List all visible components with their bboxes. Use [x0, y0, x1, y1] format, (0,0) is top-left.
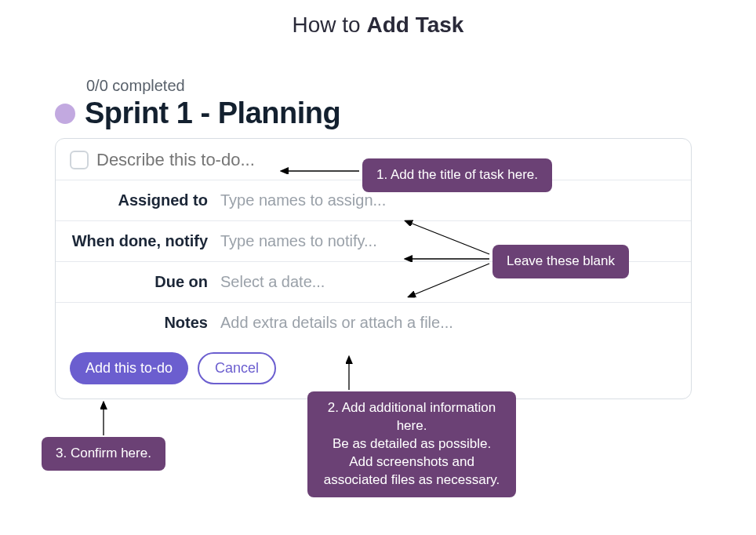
svg-line-3 — [409, 264, 489, 297]
callout-1: 1. Add the title of task here. — [362, 158, 552, 192]
callout-2: 2. Add additional information here.Be as… — [307, 391, 516, 497]
svg-line-1 — [406, 221, 489, 254]
callout-leave-blank: Leave these blank — [492, 245, 629, 278]
callout-3: 3. Confirm here. — [42, 437, 165, 471]
